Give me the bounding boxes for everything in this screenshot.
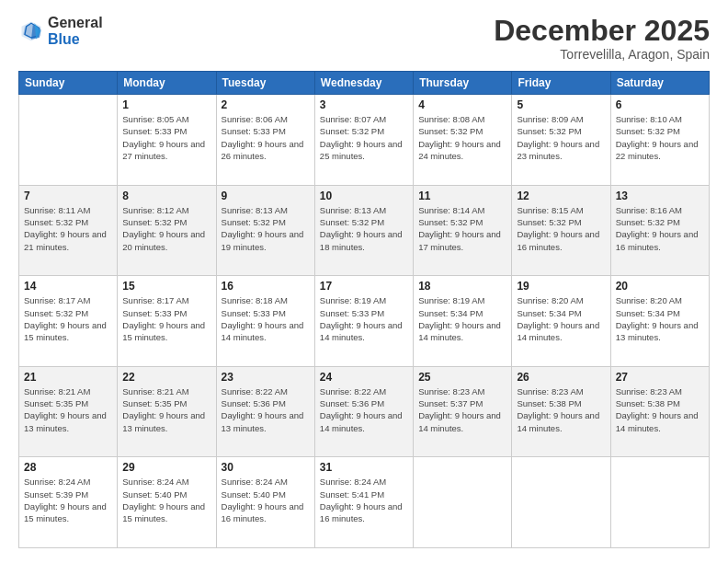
table-row: 24 Sunrise: 8:22 AM Sunset: 5:36 PM Dayl…	[314, 366, 413, 457]
col-sunday: Sunday	[19, 72, 118, 95]
col-monday: Monday	[118, 72, 216, 95]
day-number: 15	[122, 280, 210, 293]
col-thursday: Thursday	[414, 72, 512, 95]
day-info: Sunrise: 8:10 AM Sunset: 5:32 PM Dayligh…	[616, 113, 704, 162]
day-number: 31	[320, 461, 408, 474]
table-row: 8 Sunrise: 8:12 AM Sunset: 5:32 PM Dayli…	[118, 185, 216, 276]
daylight-text: Daylight: 9 hours and 19 minutes.	[222, 229, 304, 251]
sunset-text: Sunset: 5:32 PM	[122, 217, 187, 227]
day-number: 29	[122, 461, 210, 474]
day-number: 27	[616, 371, 704, 384]
day-info: Sunrise: 8:24 AM Sunset: 5:41 PM Dayligh…	[320, 476, 408, 524]
day-number: 30	[222, 461, 310, 474]
table-row: 29 Sunrise: 8:24 AM Sunset: 5:40 PM Dayl…	[118, 457, 216, 548]
sunset-text: Sunset: 5:32 PM	[24, 217, 88, 227]
sunrise-text: Sunrise: 8:13 AM	[320, 205, 386, 215]
sunrise-text: Sunrise: 8:16 AM	[616, 205, 682, 215]
table-row: 4 Sunrise: 8:08 AM Sunset: 5:32 PM Dayli…	[414, 95, 512, 186]
daylight-text: Daylight: 9 hours and 14 minutes.	[517, 410, 599, 432]
daylight-text: Daylight: 9 hours and 26 minutes.	[222, 139, 304, 161]
calendar-week-row: 1 Sunrise: 8:05 AM Sunset: 5:33 PM Dayli…	[19, 95, 710, 186]
daylight-text: Daylight: 9 hours and 27 minutes.	[122, 139, 205, 161]
day-number: 8	[122, 190, 210, 202]
day-info: Sunrise: 8:17 AM Sunset: 5:32 PM Dayligh…	[24, 294, 112, 343]
day-info: Sunrise: 8:23 AM Sunset: 5:38 PM Dayligh…	[616, 385, 704, 434]
sunrise-text: Sunrise: 8:17 AM	[122, 295, 188, 305]
day-number: 14	[24, 280, 112, 293]
table-row: 22 Sunrise: 8:21 AM Sunset: 5:35 PM Dayl…	[118, 366, 216, 457]
calendar-header-row: Sunday Monday Tuesday Wednesday Thursday…	[19, 72, 710, 95]
sunrise-text: Sunrise: 8:09 AM	[517, 114, 583, 124]
daylight-text: Daylight: 9 hours and 13 minutes.	[222, 410, 304, 432]
daylight-text: Daylight: 9 hours and 13 minutes.	[24, 410, 107, 432]
sunrise-text: Sunrise: 8:24 AM	[222, 477, 288, 487]
logo-icon	[18, 18, 44, 44]
day-info: Sunrise: 8:24 AM Sunset: 5:40 PM Dayligh…	[122, 476, 210, 524]
daylight-text: Daylight: 9 hours and 25 minutes.	[320, 139, 403, 161]
daylight-text: Daylight: 9 hours and 22 minutes.	[616, 139, 699, 161]
daylight-text: Daylight: 9 hours and 14 minutes.	[517, 320, 599, 342]
daylight-text: Daylight: 9 hours and 16 minutes.	[320, 501, 403, 523]
table-row: 3 Sunrise: 8:07 AM Sunset: 5:32 PM Dayli…	[314, 95, 413, 186]
sunrise-text: Sunrise: 8:20 AM	[517, 295, 583, 305]
sunset-text: Sunset: 5:33 PM	[320, 308, 384, 318]
sunset-text: Sunset: 5:40 PM	[222, 489, 286, 500]
day-number: 22	[122, 371, 210, 384]
day-number: 9	[222, 190, 310, 202]
sunrise-text: Sunrise: 8:24 AM	[24, 477, 90, 487]
day-info: Sunrise: 8:05 AM Sunset: 5:33 PM Dayligh…	[122, 113, 210, 162]
daylight-text: Daylight: 9 hours and 14 minutes.	[320, 320, 403, 342]
sunrise-text: Sunrise: 8:21 AM	[122, 386, 188, 396]
day-number: 20	[616, 280, 704, 293]
daylight-text: Daylight: 9 hours and 21 minutes.	[24, 229, 107, 251]
sunset-text: Sunset: 5:38 PM	[616, 398, 680, 408]
sunrise-text: Sunrise: 8:22 AM	[222, 386, 288, 396]
day-info: Sunrise: 8:09 AM Sunset: 5:32 PM Dayligh…	[517, 113, 605, 162]
daylight-text: Daylight: 9 hours and 14 minutes.	[320, 410, 403, 432]
day-number: 2	[222, 98, 310, 111]
sunset-text: Sunset: 5:32 PM	[320, 126, 384, 136]
table-row: 19 Sunrise: 8:20 AM Sunset: 5:34 PM Dayl…	[512, 276, 610, 367]
sunset-text: Sunset: 5:33 PM	[122, 126, 187, 136]
sunrise-text: Sunrise: 8:24 AM	[122, 477, 188, 487]
table-row: 28 Sunrise: 8:24 AM Sunset: 5:39 PM Dayl…	[19, 457, 118, 548]
sunrise-text: Sunrise: 8:20 AM	[616, 295, 682, 305]
sunset-text: Sunset: 5:32 PM	[517, 217, 581, 227]
day-number: 28	[24, 461, 112, 474]
sunset-text: Sunset: 5:36 PM	[222, 398, 286, 408]
table-row: 9 Sunrise: 8:13 AM Sunset: 5:32 PM Dayli…	[216, 185, 314, 276]
sunrise-text: Sunrise: 8:14 AM	[418, 205, 484, 215]
day-number: 3	[320, 98, 408, 111]
day-info: Sunrise: 8:20 AM Sunset: 5:34 PM Dayligh…	[517, 294, 605, 343]
sunset-text: Sunset: 5:32 PM	[616, 217, 680, 227]
sunset-text: Sunset: 5:33 PM	[122, 308, 187, 318]
sunrise-text: Sunrise: 8:06 AM	[222, 114, 288, 124]
table-row: 10 Sunrise: 8:13 AM Sunset: 5:32 PM Dayl…	[314, 185, 413, 276]
day-info: Sunrise: 8:08 AM Sunset: 5:32 PM Dayligh…	[418, 113, 506, 162]
daylight-text: Daylight: 9 hours and 14 minutes.	[418, 410, 501, 432]
daylight-text: Daylight: 9 hours and 13 minutes.	[616, 320, 699, 342]
day-info: Sunrise: 8:12 AM Sunset: 5:32 PM Dayligh…	[122, 204, 210, 253]
day-info: Sunrise: 8:06 AM Sunset: 5:33 PM Dayligh…	[222, 113, 310, 162]
table-row: 18 Sunrise: 8:19 AM Sunset: 5:34 PM Dayl…	[414, 276, 512, 367]
day-number: 18	[418, 280, 506, 293]
day-info: Sunrise: 8:17 AM Sunset: 5:33 PM Dayligh…	[122, 294, 210, 343]
table-row	[610, 457, 709, 548]
day-number: 13	[616, 190, 704, 202]
col-tuesday: Tuesday	[216, 72, 314, 95]
sunset-text: Sunset: 5:34 PM	[418, 308, 483, 318]
table-row: 23 Sunrise: 8:22 AM Sunset: 5:36 PM Dayl…	[216, 366, 314, 457]
day-info: Sunrise: 8:18 AM Sunset: 5:33 PM Dayligh…	[222, 294, 310, 343]
table-row: 27 Sunrise: 8:23 AM Sunset: 5:38 PM Dayl…	[610, 366, 709, 457]
sunrise-text: Sunrise: 8:22 AM	[320, 386, 386, 396]
day-info: Sunrise: 8:21 AM Sunset: 5:35 PM Dayligh…	[122, 385, 210, 434]
daylight-text: Daylight: 9 hours and 16 minutes.	[616, 229, 699, 251]
sunrise-text: Sunrise: 8:19 AM	[418, 295, 484, 305]
table-row	[414, 457, 512, 548]
calendar-week-row: 14 Sunrise: 8:17 AM Sunset: 5:32 PM Dayl…	[19, 276, 710, 367]
daylight-text: Daylight: 9 hours and 17 minutes.	[418, 229, 501, 251]
sunset-text: Sunset: 5:39 PM	[24, 489, 88, 500]
day-info: Sunrise: 8:07 AM Sunset: 5:32 PM Dayligh…	[320, 113, 408, 162]
sunrise-text: Sunrise: 8:18 AM	[222, 295, 288, 305]
day-number: 23	[222, 371, 310, 384]
